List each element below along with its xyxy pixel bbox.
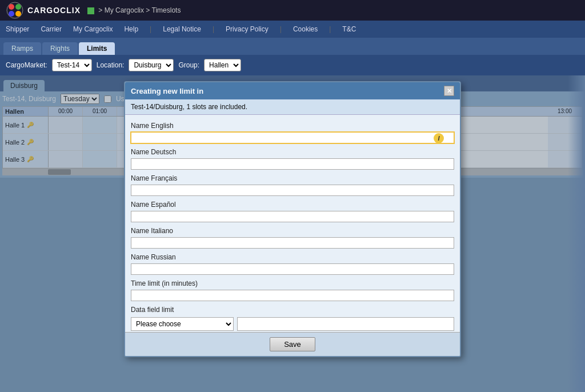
location-select[interactable]: Duisburg (129, 59, 174, 71)
logo-text: CARGOCLIX (27, 6, 81, 15)
time-limit-input[interactable] (131, 290, 454, 301)
nav-carrier[interactable]: Carrier (41, 25, 62, 33)
logo-area: CARGOCLIX (6, 1, 81, 19)
svg-point-1 (9, 4, 14, 10)
tab-bar: Ramps Rights Limits (0, 38, 585, 55)
nav-help[interactable]: Help (124, 25, 138, 33)
name-italiano-label: Name Italiano (131, 227, 454, 235)
nav-legal[interactable]: Legal Notice (163, 25, 201, 33)
group-select[interactable]: Hallen (204, 59, 241, 71)
filter-bar: CargoMarket: Test-14 Location: Duisburg … (0, 55, 585, 75)
data-field-select[interactable]: Please choose (131, 317, 234, 331)
tooltip-cursor-icon: I (434, 133, 444, 143)
name-francais-input[interactable] (131, 185, 454, 196)
svg-point-3 (9, 11, 14, 17)
top-bar: CARGOCLIX > My Cargoclix > Timeslots (0, 0, 585, 21)
dialog-title: Creating new limit in (131, 87, 203, 95)
cargo-market-label: CargoMarket: (6, 61, 47, 69)
cargo-market-select[interactable]: Test-14 (52, 59, 92, 71)
name-english-input[interactable] (131, 132, 454, 143)
cargoclix-logo-icon (6, 1, 24, 19)
nav-shipper[interactable]: Shipper (6, 25, 29, 33)
nav-my-cargoclix[interactable]: My Cargoclix (73, 25, 113, 33)
tab-rights[interactable]: Rights (42, 42, 78, 55)
green-square-icon (87, 7, 94, 14)
name-russian-input[interactable] (131, 263, 454, 275)
nav-tc[interactable]: T&C (342, 25, 356, 33)
nav-privacy[interactable]: Privacy Policy (226, 25, 269, 33)
nav-cookies[interactable]: Cookies (293, 25, 318, 33)
dialog-body: I Name English Name Deutsch Name Françai… (125, 115, 460, 332)
tab-ramps[interactable]: Ramps (3, 42, 41, 55)
time-limit-label: Time limit (in minutes) (131, 279, 454, 287)
name-english-label: Name English (131, 122, 454, 130)
data-field-label: Data field limit (131, 306, 454, 314)
dialog: Creating new limit in ✕ Test-14/Duisburg… (124, 81, 461, 357)
dialog-subtitle: Test-14/Duisburg, 1 slots are included. (125, 99, 460, 115)
svg-point-2 (15, 4, 21, 10)
tab-limits[interactable]: Limits (79, 42, 115, 55)
dialog-overlay: Creating new limit in ✕ Test-14/Duisburg… (0, 75, 585, 392)
group-label: Group: (178, 61, 199, 69)
nav-bar: Shipper Carrier My Cargoclix Help | Lega… (0, 21, 585, 38)
svg-point-4 (15, 11, 21, 17)
name-espanol-label: Name Español (131, 201, 454, 209)
name-francais-label: Name Français (131, 174, 454, 182)
name-russian-label: Name Russian (131, 253, 454, 261)
svg-point-0 (7, 2, 23, 18)
location-label: Location: (97, 61, 125, 69)
name-deutsch-label: Name Deutsch (131, 148, 454, 156)
dialog-title-bar: Creating new limit in ✕ (125, 82, 460, 99)
dialog-footer: Save (125, 332, 460, 356)
name-deutsch-input[interactable] (131, 158, 454, 170)
data-field-row: Please choose (131, 317, 454, 331)
content-area: Duisburg Test-14, Duisburg Tuesday Use H… (0, 75, 585, 392)
data-field-value-input[interactable] (237, 317, 454, 331)
save-button[interactable]: Save (270, 337, 315, 351)
name-italiano-input[interactable] (131, 237, 454, 249)
name-espanol-input[interactable] (131, 211, 454, 222)
dialog-close-button[interactable]: ✕ (444, 86, 454, 96)
breadcrumb: > My Cargoclix > Timeslots (87, 6, 181, 14)
